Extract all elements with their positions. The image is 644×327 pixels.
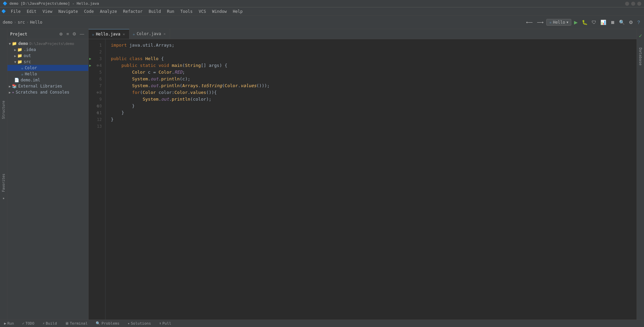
menu-item-file[interactable]: File xyxy=(8,8,23,15)
close-button[interactable] xyxy=(637,2,641,6)
color-tab-close[interactable]: × xyxy=(163,31,166,36)
menu-item-build[interactable]: Build xyxy=(146,8,164,15)
build-icon: ⚡ xyxy=(43,321,45,326)
solutions-button[interactable]: ✦ Solutions xyxy=(126,321,152,326)
problems-label: Problems xyxy=(101,321,119,326)
help-button[interactable]: ? xyxy=(636,18,641,26)
pull-label: Pull xyxy=(162,321,171,326)
tree-item-iml[interactable]: 📄 demo.iml xyxy=(7,77,88,83)
debug-button[interactable]: 🐛 xyxy=(580,18,589,26)
menu-item-analyze[interactable]: Analyze xyxy=(97,8,120,15)
run-config-dropdown-icon: ▼ xyxy=(567,21,568,24)
coverage-button[interactable]: 🛡 xyxy=(590,18,598,26)
breadcrumb-src[interactable]: src xyxy=(18,20,25,25)
tree-item-out[interactable]: ▶ 📁 out xyxy=(7,53,88,59)
menu-item-code[interactable]: Code xyxy=(81,8,97,15)
line-numbers: 1 2 ▶ 3 ▶ ⊖ 4 5 6 7 ⊖ xyxy=(89,39,105,320)
menu-item-vcs[interactable]: VCS xyxy=(196,8,209,15)
iml-icon: 📄 xyxy=(14,78,19,82)
problems-button[interactable]: 🔍 Problems xyxy=(94,321,121,326)
tree-item-ext-libs[interactable]: ▶ 📚 External Libraries xyxy=(7,83,88,89)
tab-color-java[interactable]: ☕ Color.java × xyxy=(129,29,170,39)
favorites-star-icon[interactable]: ★ xyxy=(2,196,5,200)
solutions-label: Solutions xyxy=(131,321,151,326)
code-line-2 xyxy=(111,49,631,55)
tree-item-demo[interactable]: ▼ 📁 demo D:\JavaProjects\demo xyxy=(7,41,88,47)
line-num-11: ⊖ 11 xyxy=(89,109,105,116)
idea-folder-icon: 📁 xyxy=(17,47,22,52)
back-button[interactable]: ⟵ xyxy=(525,18,534,26)
menu-item-tools[interactable]: Tools xyxy=(178,8,195,15)
run-arrow-3: ▶ xyxy=(89,55,91,62)
line-num-3: ▶ 3 xyxy=(89,55,105,62)
breadcrumb-demo[interactable]: demo xyxy=(3,20,13,25)
src-folder-icon: 📁 xyxy=(17,59,22,64)
line-num-9: 9 xyxy=(89,96,105,103)
project-collapse-button[interactable]: ≡ xyxy=(65,31,70,37)
code-content[interactable]: import java.util.Arrays; public class He… xyxy=(105,39,637,320)
database-tab[interactable]: Database xyxy=(638,46,643,68)
line-num-12: 12 xyxy=(89,116,105,123)
run-button[interactable]: ▶ xyxy=(573,18,579,26)
tree-item-src[interactable]: ▼ 📁 src xyxy=(7,59,88,65)
search-button[interactable]: 🔍 xyxy=(618,18,626,26)
hello-tab-close[interactable]: × xyxy=(122,32,126,37)
bottom-bar: ▶ Run ✓ TODO ⚡ Build 🖥 Terminal 🔍 Proble… xyxy=(0,320,644,327)
run-config-selector[interactable]: ☕ Hello ▼ xyxy=(546,19,571,26)
check-icon[interactable]: ✓ xyxy=(639,32,642,39)
menu-item-edit[interactable]: Edit xyxy=(24,8,39,15)
terminal-icon: 🖥 xyxy=(65,321,69,326)
pull-button[interactable]: ⬆ Pull xyxy=(158,321,173,326)
run-arrow-4: ▶ xyxy=(89,62,91,69)
settings-button[interactable]: ⚙ xyxy=(627,18,635,26)
scratches-icon: ✦ xyxy=(12,90,14,95)
code-line-5: Color c = Color.RED; xyxy=(111,69,631,76)
menu-item-refactor[interactable]: Refactor xyxy=(120,8,145,15)
todo-button[interactable]: ✓ TODO xyxy=(21,321,36,326)
tab-hello-java[interactable]: ☕ Hello.java × xyxy=(89,29,129,39)
menubar: 🔷 FileEditViewNavigateCodeAnalyzeRefacto… xyxy=(0,7,644,16)
code-line-8: for(Color color:Color.values()){ xyxy=(111,89,631,96)
menu-item-navigate[interactable]: Navigate xyxy=(56,8,81,15)
ext-libs-icon: 📚 xyxy=(12,84,17,89)
favorites-tab[interactable]: Favorites xyxy=(1,172,6,193)
line-num-1: 1 xyxy=(89,42,105,49)
demo-folder-icon: 📁 xyxy=(12,41,17,46)
breadcrumb-hello[interactable]: Hello xyxy=(30,20,42,25)
pull-icon: ⬆ xyxy=(159,321,162,326)
maximize-button[interactable] xyxy=(631,2,635,6)
terminal-button[interactable]: 🖥 Terminal xyxy=(64,321,89,326)
color-java-icon: ☕ xyxy=(21,66,23,70)
fold-dot-4: ⊖ xyxy=(97,62,99,69)
tree-item-scratches[interactable]: ▶ ✦ Scratches and Consoles xyxy=(7,89,88,95)
stop-button[interactable]: ⏹ xyxy=(609,18,616,26)
tree-item-hello[interactable]: ☕ Hello xyxy=(7,71,88,77)
hello-java-icon: ☕ xyxy=(21,72,23,76)
code-editor[interactable]: 1 2 ▶ 3 ▶ ⊖ 4 5 6 7 ⊖ xyxy=(89,39,637,320)
forward-button[interactable]: ⟶ xyxy=(535,18,545,26)
todo-icon: ✓ xyxy=(22,321,25,326)
run-tool-button[interactable]: ▶ Run xyxy=(3,321,16,326)
menu-item-run[interactable]: Run xyxy=(164,8,177,15)
line-num-4: ▶ ⊖ 4 xyxy=(89,62,105,69)
menu-item-window[interactable]: Window xyxy=(209,8,229,15)
project-settings-button[interactable]: ⚙ xyxy=(71,31,78,37)
titlebar: 🔷 demo [D:\JavaProjects\demo] - Hello.ja… xyxy=(0,0,644,7)
tree-item-idea[interactable]: ▶ 📁 .idea xyxy=(7,47,88,53)
menu-item-view[interactable]: View xyxy=(40,8,55,15)
project-close-button[interactable]: — xyxy=(78,31,86,37)
fold-dot-11: ⊖ xyxy=(97,109,99,116)
profile-button[interactable]: 📊 xyxy=(599,18,607,26)
structure-tab[interactable]: Structure xyxy=(1,99,6,120)
editor-area: ☕ Hello.java × ☕ Color.java × 1 2 ▶ xyxy=(89,29,637,320)
menu-item-help[interactable]: Help xyxy=(230,8,245,15)
tree-item-color[interactable]: ☕ Color xyxy=(7,65,88,71)
app-menu-icon: 🔷 xyxy=(1,9,6,14)
code-line-6: System.out.println(c); xyxy=(111,76,631,82)
build-button[interactable]: ⚡ Build xyxy=(41,321,58,326)
titlebar-controls[interactable] xyxy=(625,2,641,6)
run-config-icon: ☕ xyxy=(549,20,552,24)
project-locate-button[interactable]: ⊕ xyxy=(58,31,64,37)
minimize-button[interactable] xyxy=(625,2,629,6)
color-tab-label: Color.java xyxy=(137,31,161,36)
